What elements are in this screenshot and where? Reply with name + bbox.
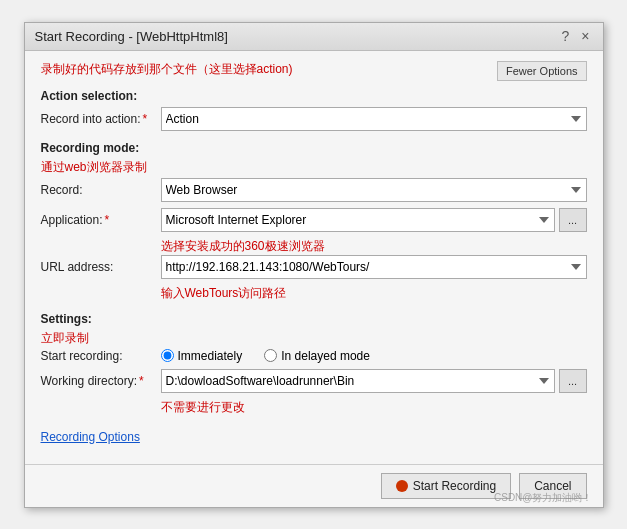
url-label: URL address: xyxy=(41,260,161,274)
csdn-watermark: CSDN@努力加油哟！ xyxy=(494,491,593,505)
immediately-label: Immediately xyxy=(178,349,243,363)
delayed-radio[interactable] xyxy=(264,349,277,362)
start-recording-label: Start Recording xyxy=(413,479,496,493)
application-row: Application: * Microsoft Internet Explor… xyxy=(41,208,587,232)
title-bar-controls: ? × xyxy=(559,29,593,43)
help-button[interactable]: ? xyxy=(559,29,573,43)
required-star-1: * xyxy=(143,112,148,126)
annotation-5-text: 立即录制 xyxy=(41,330,587,347)
recording-mode-section-label: Recording mode: xyxy=(41,141,587,155)
working-dir-row: Working directory: * D:\dowloadSoftware\… xyxy=(41,369,587,393)
delayed-label: In delayed mode xyxy=(281,349,370,363)
record-select[interactable]: Web Browser xyxy=(161,178,587,202)
action-selection-section-label: Action selection: xyxy=(41,89,587,103)
working-dir-label: Working directory: * xyxy=(41,374,161,388)
record-input-wrapper: Web Browser xyxy=(161,178,587,202)
immediately-radio[interactable] xyxy=(161,349,174,362)
annotation-6-text: 不需要进行更改 xyxy=(161,400,245,414)
dialog-title: Start Recording - [WebHttpHtml8] xyxy=(35,29,228,44)
url-input-wrapper: http://192.168.21.143:1080/WebTours/ xyxy=(161,255,587,279)
record-label: Record: xyxy=(41,183,161,197)
annotation-6-wrapper: 不需要进行更改 xyxy=(161,399,587,416)
annotation-2-text: 通过web浏览器录制 xyxy=(41,159,587,176)
record-icon xyxy=(396,480,408,492)
working-dir-input-wrapper: D:\dowloadSoftware\loadrunner\Bin ... xyxy=(161,369,587,393)
title-bar: Start Recording - [WebHttpHtml8] ? × xyxy=(25,23,603,51)
url-select[interactable]: http://192.168.21.143:1080/WebTours/ xyxy=(161,255,587,279)
settings-section-label: Settings: xyxy=(41,312,587,326)
annotation-3-text: 选择安装成功的360极速浏览器 xyxy=(161,239,325,253)
record-row: Record: Web Browser xyxy=(41,178,587,202)
record-into-action-select[interactable]: Action xyxy=(161,107,587,131)
start-recording-row: Start recording: Immediately In delayed … xyxy=(41,349,587,363)
application-input-wrapper: Microsoft Internet Explorer ... xyxy=(161,208,587,232)
annotation-1-text: 录制好的代码存放到那个文件（这里选择action) xyxy=(41,61,587,78)
annotation-4-text: 输入WebTours访问路径 xyxy=(161,286,287,300)
required-star-2: * xyxy=(105,213,110,227)
start-recording-button[interactable]: Start Recording xyxy=(381,473,511,499)
working-dir-browse-button[interactable]: ... xyxy=(559,369,587,393)
working-dir-select[interactable]: D:\dowloadSoftware\loadrunner\Bin xyxy=(161,369,555,393)
close-button[interactable]: × xyxy=(578,29,592,43)
annotation-4-wrapper: 输入WebTours访问路径 xyxy=(161,285,587,302)
recording-options-link[interactable]: Recording Options xyxy=(41,430,140,444)
application-browse-button[interactable]: ... xyxy=(559,208,587,232)
immediately-radio-option[interactable]: Immediately xyxy=(161,349,243,363)
record-into-action-input-wrapper: Action xyxy=(161,107,587,131)
annotation-1-block: 录制好的代码存放到那个文件（这里选择action) xyxy=(41,61,587,79)
recording-options-wrapper: Recording Options xyxy=(41,422,587,444)
application-select[interactable]: Microsoft Internet Explorer xyxy=(161,208,555,232)
url-row: URL address: http://192.168.21.143:1080/… xyxy=(41,255,587,279)
record-into-action-label: Record into action: * xyxy=(41,112,161,126)
application-label: Application: * xyxy=(41,213,161,227)
start-recording-radio-group: Immediately In delayed mode xyxy=(161,349,587,363)
required-star-3: * xyxy=(139,374,144,388)
annotation-3-wrapper: 选择安装成功的360极速浏览器 xyxy=(161,238,587,255)
start-recording-label: Start recording: xyxy=(41,349,161,363)
start-recording-dialog: Start Recording - [WebHttpHtml8] ? × Few… xyxy=(24,22,604,508)
record-into-action-row: Record into action: * Action xyxy=(41,107,587,131)
settings-section: Settings: 立即录制 Start recording: Immediat… xyxy=(41,312,587,416)
dialog-content: Fewer Options 录制好的代码存放到那个文件（这里选择action) … xyxy=(25,51,603,454)
delayed-radio-option[interactable]: In delayed mode xyxy=(264,349,370,363)
